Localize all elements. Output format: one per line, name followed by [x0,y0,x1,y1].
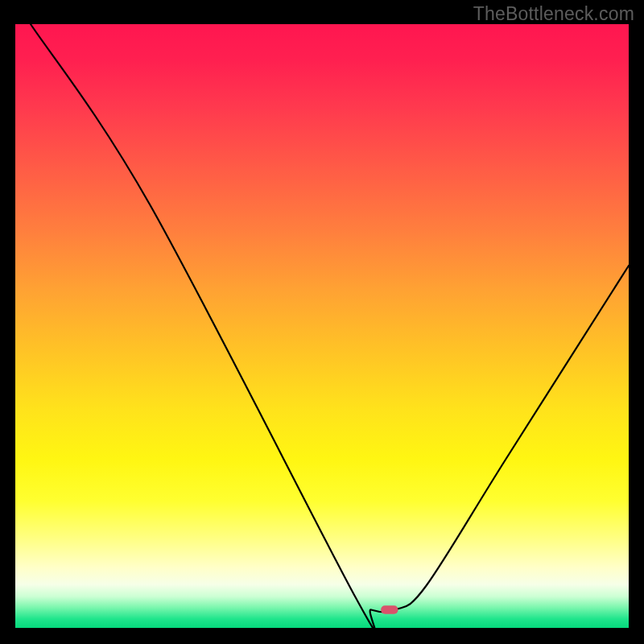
bottleneck-chart: TheBottleneck.com [0,0,644,644]
plot-background [15,24,629,628]
chart-svg [0,0,644,644]
watermark-text: TheBottleneck.com [473,3,634,25]
optimal-marker [381,605,398,614]
